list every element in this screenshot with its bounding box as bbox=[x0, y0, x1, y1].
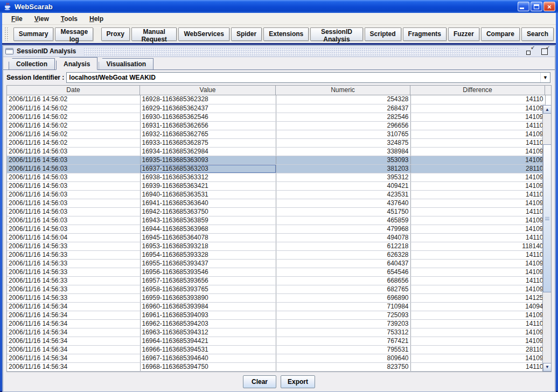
cell-date[interactable]: 2006/11/16 14:56:34 bbox=[7, 345, 140, 354]
cell-difference[interactable]: 14109 bbox=[410, 147, 545, 156]
cell-difference[interactable]: 14109 bbox=[410, 130, 545, 138]
cell-difference[interactable]: 14109 bbox=[410, 199, 545, 207]
cell-date[interactable]: 2006/11/16 14:56:03 bbox=[7, 156, 140, 164]
internal-frame-titlebar[interactable]: SessionID Analysis ↙ ↙ bbox=[3, 46, 555, 57]
column-header-numeric[interactable]: Numeric bbox=[276, 86, 410, 95]
cell-numeric[interactable]: 710984 bbox=[276, 302, 410, 311]
cell-value[interactable]: 16967-1163685394640 bbox=[140, 354, 276, 362]
table-row[interactable]: 2006/11/16 14:56:0316937-116368536320338… bbox=[7, 164, 545, 173]
cell-date[interactable]: 2006/11/16 14:56:33 bbox=[7, 250, 140, 259]
cell-date[interactable]: 2006/11/16 14:56:34 bbox=[7, 354, 140, 362]
toolbar-button-fragments[interactable]: Fragments bbox=[403, 27, 447, 41]
toolbar-button-summary[interactable]: Summary bbox=[13, 27, 54, 41]
cell-value[interactable]: 16928-1163685362328 bbox=[140, 95, 276, 104]
scrollbar-thumb[interactable] bbox=[543, 144, 551, 292]
cell-difference[interactable]: 14110 bbox=[410, 250, 545, 259]
cell-numeric[interactable]: 795531 bbox=[276, 345, 410, 354]
table-row[interactable]: 2006/11/16 14:56:0416945-116368536407849… bbox=[7, 233, 545, 242]
cell-difference[interactable]: 14094 bbox=[410, 302, 545, 311]
minimize-button[interactable] bbox=[518, 2, 529, 11]
column-header-date[interactable]: Date bbox=[7, 86, 140, 95]
cell-numeric[interactable]: 310765 bbox=[276, 130, 410, 138]
close-button[interactable]: × bbox=[543, 2, 555, 11]
table-row[interactable]: 2006/11/16 14:56:3416962-116368539420373… bbox=[7, 319, 545, 328]
cell-date[interactable]: 2006/11/16 14:56:02 bbox=[7, 130, 140, 138]
cell-numeric[interactable]: 451750 bbox=[276, 207, 410, 216]
cell-numeric[interactable]: 353093 bbox=[276, 156, 410, 164]
toolbar-button-spider[interactable]: Spider bbox=[231, 27, 262, 41]
cell-difference[interactable]: 14109 bbox=[410, 259, 545, 268]
cell-date[interactable]: 2006/11/16 14:56:04 bbox=[7, 233, 140, 242]
table-row[interactable]: 2006/11/16 14:56:3316956-116368539354665… bbox=[7, 268, 545, 276]
cell-numeric[interactable]: 409421 bbox=[276, 181, 410, 190]
cell-date[interactable]: 2006/11/16 14:56:33 bbox=[7, 259, 140, 268]
toolbar-button-message-log[interactable]: Message log bbox=[55, 27, 93, 41]
cell-date[interactable]: 2006/11/16 14:56:03 bbox=[7, 147, 140, 156]
cell-value[interactable]: 16956-1163685393546 bbox=[140, 268, 276, 276]
chevron-down-icon[interactable]: ▼ bbox=[540, 73, 550, 82]
table-row[interactable]: 2006/11/16 14:56:0216931-116368536265629… bbox=[7, 121, 545, 130]
scroll-up-button[interactable]: ▲ bbox=[543, 105, 551, 114]
cell-numeric[interactable]: 809640 bbox=[276, 354, 410, 362]
cell-value[interactable]: 16943-1163685363859 bbox=[140, 216, 276, 225]
cell-difference[interactable]: 14109 bbox=[410, 285, 545, 293]
cell-value[interactable]: 16955-1163685393437 bbox=[140, 259, 276, 268]
menu-file[interactable]: File bbox=[6, 14, 27, 24]
cell-value[interactable]: 16959-1163685393890 bbox=[140, 293, 276, 302]
cell-numeric[interactable]: 494078 bbox=[276, 233, 410, 242]
cell-value[interactable]: 16945-1163685364078 bbox=[140, 233, 276, 242]
toolbar-button-extensions[interactable]: Extensions bbox=[263, 27, 309, 41]
table-row[interactable]: 2006/11/16 14:56:0216928-116368536232825… bbox=[7, 95, 545, 104]
cell-numeric[interactable]: 668656 bbox=[276, 276, 410, 285]
cell-difference[interactable]: 14109 bbox=[410, 337, 545, 345]
table-row[interactable]: 2006/11/16 14:56:0316938-116368536331239… bbox=[7, 173, 545, 181]
table-row[interactable]: 2006/11/16 14:56:3316958-116368539376568… bbox=[7, 285, 545, 293]
cell-numeric[interactable]: 381203 bbox=[276, 164, 410, 173]
cell-numeric[interactable]: 640437 bbox=[276, 259, 410, 268]
cell-numeric[interactable]: 612218 bbox=[276, 242, 410, 250]
cell-date[interactable]: 2006/11/16 14:56:33 bbox=[7, 285, 140, 293]
cell-value[interactable]: 16934-1163685362984 bbox=[140, 147, 276, 156]
cell-value[interactable]: 16935-1163685363093 bbox=[140, 156, 276, 164]
cell-value[interactable]: 16932-1163685362765 bbox=[140, 130, 276, 138]
toolbar-button-fuzzer[interactable]: Fuzzer bbox=[448, 27, 479, 41]
maximize-button[interactable] bbox=[531, 2, 542, 11]
cell-date[interactable]: 2006/11/16 14:56:03 bbox=[7, 207, 140, 216]
cell-value[interactable]: 16961-1163685394093 bbox=[140, 311, 276, 319]
tab-analysis[interactable]: Analysis bbox=[56, 57, 97, 70]
table-row[interactable]: 2006/11/16 14:56:3316954-116368539332862… bbox=[7, 250, 545, 259]
table-row[interactable]: 2006/11/16 14:56:0316944-116368536396847… bbox=[7, 225, 545, 233]
table-row[interactable]: 2006/11/16 14:56:0316939-116368536342140… bbox=[7, 181, 545, 190]
table-row[interactable]: 2006/11/16 14:56:3416968-116368539475082… bbox=[7, 362, 545, 371]
clear-button[interactable]: Clear bbox=[243, 375, 276, 388]
cell-date[interactable]: 2006/11/16 14:56:03 bbox=[7, 190, 140, 199]
cell-difference[interactable]: 14109 bbox=[410, 173, 545, 181]
table-row[interactable]: 2006/11/16 14:56:0316934-116368536298433… bbox=[7, 147, 545, 156]
cell-difference[interactable]: 14109 bbox=[410, 104, 545, 113]
cell-date[interactable]: 2006/11/16 14:56:02 bbox=[7, 104, 140, 113]
cell-difference[interactable]: 28110 bbox=[410, 345, 545, 354]
menu-view[interactable]: View bbox=[30, 14, 54, 24]
cell-numeric[interactable]: 465859 bbox=[276, 216, 410, 225]
table-row[interactable]: 2006/11/16 14:56:0216933-116368536287532… bbox=[7, 138, 545, 147]
table-row[interactable]: 2006/11/16 14:56:3416964-116368539442176… bbox=[7, 337, 545, 345]
table-row[interactable]: 2006/11/16 14:56:3416967-116368539464080… bbox=[7, 354, 545, 362]
cell-difference[interactable]: 14110 bbox=[410, 138, 545, 147]
cell-date[interactable]: 2006/11/16 14:56:34 bbox=[7, 311, 140, 319]
table-row[interactable]: 2006/11/16 14:56:3416966-116368539453179… bbox=[7, 345, 545, 354]
tab-visualisation[interactable]: Visualisation bbox=[99, 58, 154, 69]
cell-date[interactable]: 2006/11/16 14:56:02 bbox=[7, 138, 140, 147]
export-button[interactable]: Export bbox=[281, 375, 315, 388]
cell-numeric[interactable]: 395312 bbox=[276, 173, 410, 181]
cell-difference[interactable]: 118140 bbox=[410, 242, 545, 250]
internal-frame-restore-button[interactable]: ↙ bbox=[541, 47, 549, 55]
table-row[interactable]: 2006/11/16 14:56:3416960-116368539398471… bbox=[7, 302, 545, 311]
cell-value[interactable]: 16937-1163685363203 bbox=[140, 164, 276, 173]
cell-difference[interactable]: 14109 bbox=[410, 268, 545, 276]
cell-date[interactable]: 2006/11/16 14:56:02 bbox=[7, 113, 140, 121]
column-header-difference[interactable]: Difference bbox=[410, 86, 545, 95]
cell-numeric[interactable]: 423531 bbox=[276, 190, 410, 199]
table-row[interactable]: 2006/11/16 14:56:0316940-116368536353142… bbox=[7, 190, 545, 199]
cell-numeric[interactable]: 338984 bbox=[276, 147, 410, 156]
cell-difference[interactable]: 14109 bbox=[410, 225, 545, 233]
